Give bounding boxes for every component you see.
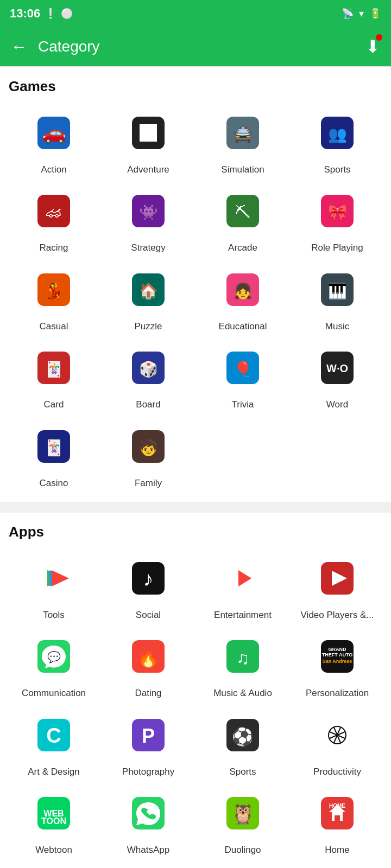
category-item-action[interactable]: 🚗Action (9, 106, 99, 175)
category-label-tools: Tools (43, 610, 65, 621)
category-label-action: Action (41, 164, 66, 175)
svg-text:🚗: 🚗 (42, 121, 66, 144)
category-item-casino[interactable]: 🃏Casino (9, 419, 99, 489)
category-item-puzzle[interactable]: 🏠Puzzle (103, 263, 193, 332)
category-item-duolingo[interactable]: 🦉Duolingo (198, 786, 288, 856)
category-icon-action: 🚗 (27, 106, 81, 160)
category-item-word[interactable]: W·OWord (292, 341, 382, 410)
svg-text:♫: ♫ (236, 648, 249, 668)
category-item-productivity[interactable]: Productivity (292, 708, 382, 777)
category-icon-educational: 👧 (216, 263, 270, 317)
category-label-social: Social (136, 610, 161, 621)
category-item-whatsapp[interactable]: WhatsApp (103, 786, 193, 856)
category-icon-board: 🎲 (121, 341, 175, 395)
svg-text:🏎: 🏎 (46, 204, 61, 221)
category-item-strategy[interactable]: 👾Strategy (103, 184, 193, 253)
category-item-educational[interactable]: 👧Educational (198, 263, 288, 332)
category-icon-personalization: GRANDTHEFT AUTOSan Andreas (310, 629, 364, 684)
svg-rect-3 (140, 124, 157, 142)
category-item-video-players[interactable]: Video Players &... (292, 551, 382, 621)
category-icon-family: 🧒 (121, 419, 175, 474)
category-label-music: Music (325, 321, 349, 332)
category-label-art-design: Art & Design (28, 767, 79, 777)
category-item-arcade[interactable]: ⛏Arcade (198, 184, 288, 253)
apps-grid: Tools♪SocialEntertainmentVideo Players &… (9, 551, 382, 856)
category-icon-card: 🃏 (27, 341, 81, 395)
category-item-racing[interactable]: 🏎Racing (9, 184, 99, 253)
category-label-trivia: Trivia (232, 399, 254, 410)
category-item-board[interactable]: 🎲Board (103, 341, 193, 410)
category-item-casual[interactable]: 💃Casual (9, 263, 99, 332)
category-icon-whatsapp (121, 786, 175, 840)
category-item-adventure[interactable]: Adventure (103, 106, 193, 175)
category-label-duolingo: Duolingo (224, 845, 261, 856)
category-icon-music-audio: ♫ (216, 629, 270, 684)
category-label-card: Card (44, 399, 64, 410)
category-item-communication[interactable]: 💬Communication (9, 629, 99, 699)
category-icon-entertainment (216, 551, 270, 605)
category-label-word: Word (326, 399, 348, 410)
category-label-adventure: Adventure (127, 164, 169, 175)
svg-text:San Andreas: San Andreas (323, 659, 352, 664)
category-icon-productivity (310, 708, 364, 762)
category-icon-video-players (310, 551, 364, 605)
category-label-entertainment: Entertainment (214, 610, 272, 621)
category-item-photography[interactable]: PPhotography (103, 708, 193, 777)
category-item-dating[interactable]: 🔥Dating (103, 629, 193, 699)
notification-icon: ❕ (45, 8, 56, 20)
category-icon-word: W·O (310, 341, 364, 395)
category-item-tools[interactable]: Tools (9, 551, 99, 621)
category-item-family[interactable]: 🧒Family (103, 419, 193, 489)
category-label-whatsapp: WhatsApp (127, 845, 169, 856)
circle-icon: ⚪ (61, 8, 73, 20)
category-item-art-design[interactable]: CArt & Design (9, 708, 99, 777)
category-item-social[interactable]: ♪Social (103, 551, 193, 621)
svg-text:🃏: 🃏 (45, 360, 64, 378)
status-bar: 13:06 ❕ ⚪ 📡 ▾ 🔋 (0, 0, 391, 27)
category-item-webtoon[interactable]: WEBTOONWebtoon (9, 786, 99, 856)
category-item-roleplaying[interactable]: 🎀Role Playing (292, 184, 382, 253)
category-item-entertainment[interactable]: Entertainment (198, 551, 288, 621)
category-item-music[interactable]: 🎹Music (292, 263, 382, 332)
category-label-board: Board (136, 399, 160, 410)
category-item-personalization[interactable]: GRANDTHEFT AUTOSan AndreasPersonalizatio… (292, 629, 382, 699)
status-right: 📡 ▾ 🔋 (342, 8, 381, 20)
category-label-educational: Educational (219, 321, 267, 332)
svg-text:W·O: W·O (326, 362, 348, 374)
category-icon-racing: 🏎 (27, 184, 81, 238)
category-icon-photography: P (121, 708, 175, 762)
category-label-productivity: Productivity (313, 767, 361, 777)
category-label-sports: Sports (324, 164, 350, 175)
category-item-card[interactable]: 🃏Card (9, 341, 99, 410)
svg-text:👧: 👧 (234, 282, 253, 300)
category-item-sports-app[interactable]: ⚽Sports (198, 708, 288, 777)
category-label-communication: Communication (22, 688, 86, 699)
category-label-personalization: Personalization (306, 688, 369, 699)
category-label-sports-app: Sports (229, 767, 256, 777)
svg-text:🎲: 🎲 (139, 360, 158, 378)
category-icon-roleplaying: 🎀 (310, 184, 364, 238)
svg-text:⛏: ⛏ (235, 204, 250, 221)
category-item-trivia[interactable]: 🎈Trivia (198, 341, 288, 410)
category-icon-webtoon: WEBTOON (27, 786, 81, 840)
category-icon-adventure (121, 106, 175, 160)
category-item-sports[interactable]: 👥Sports (292, 106, 382, 175)
category-icon-art-design: C (27, 708, 81, 762)
category-item-home[interactable]: HOMEHome (292, 786, 382, 856)
download-badge (376, 34, 382, 41)
back-button[interactable]: ← (11, 37, 27, 56)
category-label-strategy: Strategy (131, 242, 165, 253)
download-button[interactable]: ⬇ (365, 36, 380, 57)
category-label-webtoon: Webtoon (35, 845, 72, 856)
status-time: 13:06 (10, 7, 40, 21)
svg-text:♪: ♪ (143, 567, 154, 590)
battery-icon: 🔋 (369, 8, 381, 20)
svg-text:🦉: 🦉 (231, 802, 255, 826)
svg-text:🃏: 🃏 (45, 439, 64, 457)
category-item-music-audio[interactable]: ♫Music & Audio (198, 629, 288, 699)
category-icon-social: ♪ (121, 551, 175, 605)
page-title: Category (38, 38, 365, 55)
svg-text:🏠: 🏠 (139, 282, 158, 300)
category-item-simulation[interactable]: 🚔Simulation (198, 106, 288, 175)
svg-text:THEFT AUTO: THEFT AUTO (322, 652, 353, 658)
